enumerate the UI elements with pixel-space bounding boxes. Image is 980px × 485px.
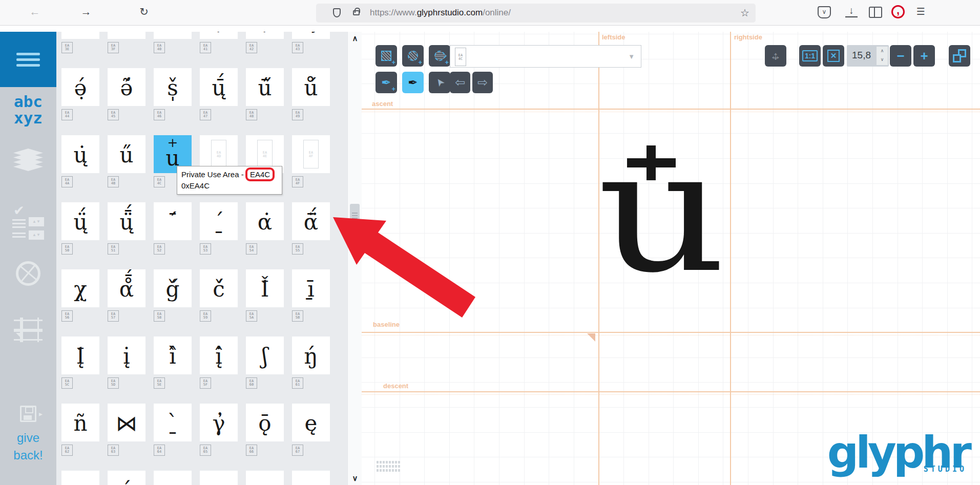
zoom-in-button[interactable]: + [913, 45, 935, 67]
glyph-cell[interactable]: ı̂̀ [154, 336, 192, 374]
give-back-link-2[interactable]: back! [0, 448, 56, 462]
glyph-cell[interactable]: ə̃́ [108, 68, 145, 106]
glyph-cell[interactable]: α̇ [246, 202, 284, 240]
tracking-shield-icon[interactable] [333, 8, 341, 17]
new-oval-shape-button[interactable]: + [402, 45, 424, 67]
glyph-cell[interactable]: č́ [200, 269, 238, 307]
annotation-red-highlight: EA4C [245, 167, 275, 181]
spinner-up-icon[interactable]: ∧ [877, 47, 888, 55]
plus-icon: + [920, 48, 928, 64]
glyph-grid-scrollbar[interactable]: ∧ ∨ [347, 32, 362, 485]
scroll-up-icon[interactable]: ∧ [348, 34, 362, 43]
canvas-gridline [362, 283, 980, 283]
glyph-cell[interactable] [154, 471, 192, 485]
glyph-cell[interactable]: ų̈́ [61, 202, 99, 240]
glyph-cell[interactable] [292, 471, 330, 485]
sidebar-menu-button[interactable] [0, 32, 56, 87]
zoom-fit-button[interactable]: ✕ [823, 45, 844, 67]
url-bar[interactable]: https://www.glyphrstudio.com/online/ ☆ [316, 4, 756, 23]
canvas-gridline [872, 32, 873, 485]
next-glyph-button[interactable]: ⇨ [472, 72, 493, 93]
scroll-down-icon[interactable]: ∨ [348, 474, 362, 483]
sidebar-item-layers[interactable] [0, 149, 56, 171]
ascent-label: ascent [372, 100, 393, 108]
glyph-cell[interactable]: ų̈̄́ [108, 202, 145, 240]
zoom-1to1-button[interactable]: 1:1 [799, 45, 821, 67]
new-rect-shape-button[interactable]: + [376, 45, 397, 67]
glyph-cell[interactable]: ʃ [246, 336, 284, 374]
glyph-cell[interactable]: α̊̄́ [108, 269, 145, 307]
sidebar-item-guides[interactable] [0, 318, 56, 342]
download-icon[interactable]: ↓ [845, 5, 858, 17]
leftside-label: leftside [602, 33, 625, 41]
glyph-cell[interactable]: π [61, 471, 99, 485]
browser-back-icon[interactable]: ← [27, 6, 43, 18]
glyph-cell[interactable]: ę [292, 404, 330, 441]
glyph-cell[interactable]: š̩ [154, 68, 192, 106]
glyph-cell[interactable]: ų̇ [61, 135, 99, 173]
scrollbar-thumb[interactable] [350, 204, 360, 227]
glyph-cell[interactable]: ˍ́ [200, 202, 238, 240]
pocket-icon[interactable]: ∨ [818, 6, 831, 18]
add-path-point-button[interactable]: ✒+ [376, 72, 397, 93]
glyph-cell[interactable]: ų̄́ [200, 68, 238, 106]
sidebar-toggle-icon[interactable] [869, 7, 882, 18]
glyph-cell[interactable]: ī̱ [292, 269, 330, 307]
glyph-cell[interactable]: ū̋ [246, 68, 284, 106]
zoom-value-field[interactable]: 15,8 ∧ ∨ [847, 45, 889, 67]
glyph-cell[interactable]: į̇ [108, 336, 145, 374]
glyph-cell[interactable] [246, 471, 284, 485]
glyph-cell[interactable]: ǧ́ [154, 269, 192, 307]
lock-icon[interactable] [353, 10, 360, 15]
browser-menu-icon[interactable]: ☰ [913, 6, 928, 17]
glyph-cell[interactable]: ạ [200, 32, 238, 39]
pen-tool-button[interactable]: ✒ [402, 72, 424, 93]
glyph-cell[interactable]: ᾱ̈́ [292, 202, 330, 240]
pointer-tool-button[interactable]: ➤ [429, 72, 450, 93]
give-back-link[interactable]: give [0, 431, 56, 445]
glyph-cell[interactable]: ǭ [246, 404, 284, 441]
zoom-out-button[interactable]: − [890, 45, 911, 67]
glyph-cell[interactable]: ς [292, 32, 330, 39]
sidebar-item-save[interactable]: ▸ [0, 406, 56, 422]
glyph-code-badge: EA4B [108, 176, 119, 187]
glyph-cell[interactable]: ŋ́ [292, 336, 330, 374]
glyph-select-dropdown[interactable]: EA4C ▼ [450, 45, 641, 68]
glyph-cell[interactable]: ů́ [292, 68, 330, 106]
new-path-shape-button[interactable]: + [429, 45, 450, 67]
glyph-cell[interactable]: ⋈ [108, 404, 145, 441]
glyph-cell[interactable] [200, 471, 238, 485]
glyph-cell[interactable]: ű [108, 135, 145, 173]
glyph-cell[interactable]: Į́ [61, 336, 99, 374]
sidebar-item-history[interactable] [0, 261, 56, 286]
bookmark-star-icon[interactable]: ☆ [740, 7, 749, 19]
glyph-cell[interactable] [61, 32, 99, 39]
glyph-cell[interactable]: ˉ́ [154, 202, 192, 240]
glyph-cell[interactable]: ə̣́ [61, 68, 99, 106]
glyph-cell[interactable]: ˋ̱ [154, 404, 192, 441]
glyph-cell[interactable]: ή [108, 471, 145, 485]
glyph-cell[interactable]: ạ [246, 32, 284, 39]
glyph-cell[interactable]: EA4F [292, 135, 330, 173]
browser-reload-icon[interactable]: ↻ [136, 6, 152, 18]
glyph-cell[interactable]: Ǐ́ [246, 269, 284, 307]
glyph-cell[interactable]: ñ [61, 404, 99, 441]
extension-badge-icon[interactable]: , [891, 5, 905, 18]
glyph-cell[interactable]: γ̓ [200, 404, 238, 441]
sidebar-item-glyph-edit[interactable]: abc xyz [0, 93, 56, 126]
canvas-gridline [649, 32, 649, 485]
edit-canvas[interactable]: ascent baseline descent leftside rightsi… [362, 32, 980, 485]
glyph-cell[interactable]: ι [154, 32, 192, 39]
glyph-cell[interactable]: į̂̇ [200, 336, 238, 374]
browser-forward-icon[interactable]: → [78, 6, 94, 18]
pan-tool-button[interactable]: ↔ ↕ [765, 45, 786, 67]
prev-glyph-button[interactable]: ⇦ [450, 72, 470, 93]
sidebar-item-overview[interactable]: ✔ ▲▼ ▲▼ [0, 206, 56, 240]
zoom-spinner[interactable]: ∧ ∨ [877, 47, 888, 65]
leftside-guide [598, 32, 599, 485]
spinner-down-icon[interactable]: ∨ [877, 55, 888, 64]
glyph-cell[interactable]: χ̣ [61, 269, 99, 307]
pen-plus-icon: ✒ [381, 76, 391, 90]
overlay-glyphs-button[interactable] [949, 45, 970, 67]
glyph-cell[interactable] [108, 32, 145, 39]
